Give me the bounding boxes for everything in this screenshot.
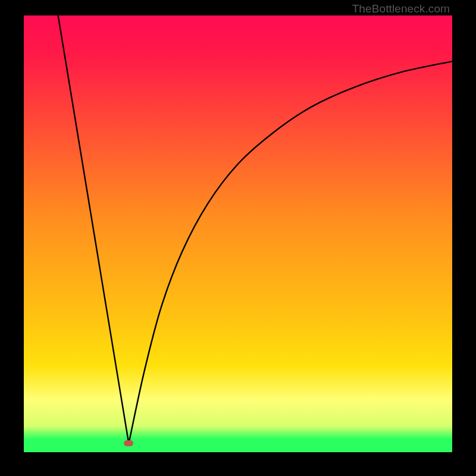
bottleneck-curve-right [129, 61, 452, 443]
watermark-text: TheBottleneck.com [352, 2, 450, 15]
plot-area [24, 15, 452, 452]
bottleneck-curve-left [58, 15, 129, 443]
curve-layer [24, 15, 452, 452]
chart-frame: TheBottleneck.com [0, 0, 476, 476]
minimum-marker [124, 440, 133, 446]
